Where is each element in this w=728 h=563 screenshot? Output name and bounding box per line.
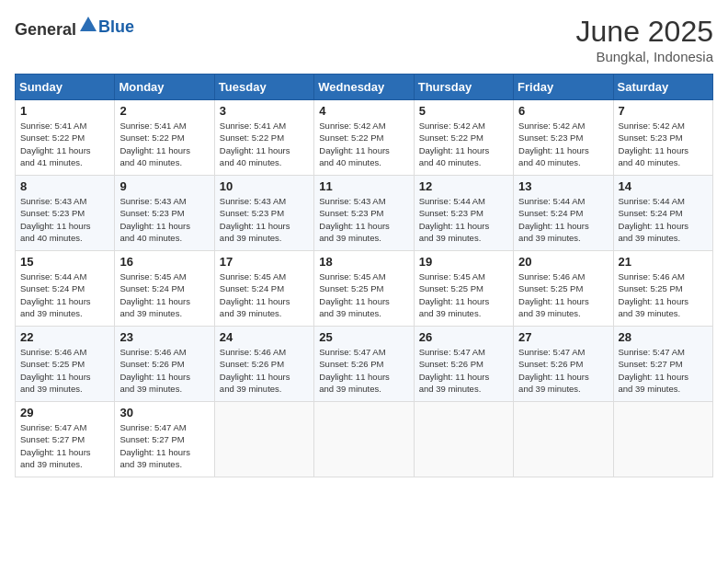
day-number: 10	[220, 179, 309, 193]
day-number: 12	[419, 179, 508, 193]
calendar-cell	[613, 402, 712, 477]
calendar-cell: 21Sunrise: 5:46 AM Sunset: 5:25 PM Dayli…	[613, 251, 712, 327]
calendar-cell: 3Sunrise: 5:41 AM Sunset: 5:22 PM Daylig…	[214, 100, 313, 176]
day-number: 21	[619, 255, 708, 269]
day-number: 8	[20, 179, 109, 193]
svg-marker-0	[80, 17, 97, 31]
logo-icon	[78, 15, 98, 35]
day-info: Sunrise: 5:45 AM Sunset: 5:25 PM Dayligh…	[319, 270, 408, 319]
calendar-cell: 14Sunrise: 5:44 AM Sunset: 5:24 PM Dayli…	[613, 176, 712, 251]
day-info: Sunrise: 5:43 AM Sunset: 5:23 PM Dayligh…	[220, 195, 309, 244]
day-info: Sunrise: 5:45 AM Sunset: 5:24 PM Dayligh…	[119, 270, 209, 319]
logo-blue: Blue	[98, 17, 134, 36]
header-thursday: Thursday	[414, 75, 513, 100]
calendar-cell: 18Sunrise: 5:45 AM Sunset: 5:25 PM Dayli…	[314, 251, 414, 327]
day-number: 19	[419, 255, 508, 269]
header-monday: Monday	[115, 75, 214, 100]
calendar-subtitle: Bungkal, Indonesia	[576, 49, 713, 64]
day-info: Sunrise: 5:44 AM Sunset: 5:23 PM Dayligh…	[419, 195, 508, 244]
day-number: 15	[20, 255, 109, 269]
day-number: 3	[220, 104, 309, 118]
day-info: Sunrise: 5:45 AM Sunset: 5:24 PM Dayligh…	[220, 270, 309, 319]
calendar-cell	[514, 402, 613, 477]
day-info: Sunrise: 5:46 AM Sunset: 5:26 PM Dayligh…	[119, 346, 209, 395]
day-info: Sunrise: 5:47 AM Sunset: 5:26 PM Dayligh…	[518, 346, 608, 395]
calendar-week-1: 8Sunrise: 5:43 AM Sunset: 5:23 PM Daylig…	[16, 176, 713, 251]
calendar-cell	[314, 402, 414, 477]
calendar-cell: 1Sunrise: 5:41 AM Sunset: 5:22 PM Daylig…	[16, 100, 115, 176]
calendar-cell: 22Sunrise: 5:46 AM Sunset: 5:25 PM Dayli…	[16, 327, 115, 402]
calendar-cell: 23Sunrise: 5:46 AM Sunset: 5:26 PM Dayli…	[115, 327, 214, 402]
calendar-table: SundayMondayTuesdayWednesdayThursdayFrid…	[15, 74, 713, 477]
day-info: Sunrise: 5:46 AM Sunset: 5:25 PM Dayligh…	[619, 270, 708, 319]
day-number: 23	[119, 330, 209, 344]
day-info: Sunrise: 5:43 AM Sunset: 5:23 PM Dayligh…	[319, 195, 408, 244]
day-info: Sunrise: 5:47 AM Sunset: 5:26 PM Dayligh…	[319, 346, 408, 395]
calendar-cell: 4Sunrise: 5:42 AM Sunset: 5:22 PM Daylig…	[314, 100, 414, 176]
calendar-week-2: 15Sunrise: 5:44 AM Sunset: 5:24 PM Dayli…	[16, 251, 713, 327]
day-info: Sunrise: 5:42 AM Sunset: 5:22 PM Dayligh…	[319, 120, 408, 168]
calendar-title: June 2025	[576, 15, 713, 49]
day-info: Sunrise: 5:43 AM Sunset: 5:23 PM Dayligh…	[20, 195, 109, 244]
calendar-cell: 9Sunrise: 5:43 AM Sunset: 5:23 PM Daylig…	[115, 176, 214, 251]
day-info: Sunrise: 5:41 AM Sunset: 5:22 PM Dayligh…	[119, 120, 209, 168]
day-info: Sunrise: 5:47 AM Sunset: 5:27 PM Dayligh…	[619, 346, 708, 395]
calendar-week-0: 1Sunrise: 5:41 AM Sunset: 5:22 PM Daylig…	[16, 100, 713, 176]
day-info: Sunrise: 5:46 AM Sunset: 5:25 PM Dayligh…	[20, 346, 109, 395]
calendar-cell: 16Sunrise: 5:45 AM Sunset: 5:24 PM Dayli…	[115, 251, 214, 327]
day-number: 18	[319, 255, 408, 269]
calendar-cell: 11Sunrise: 5:43 AM Sunset: 5:23 PM Dayli…	[314, 176, 414, 251]
calendar-cell: 30Sunrise: 5:47 AM Sunset: 5:27 PM Dayli…	[115, 402, 214, 477]
header-wednesday: Wednesday	[314, 75, 414, 100]
title-block: June 2025 Bungkal, Indonesia	[576, 15, 713, 64]
calendar-cell: 19Sunrise: 5:45 AM Sunset: 5:25 PM Dayli…	[414, 251, 513, 327]
calendar-cell: 15Sunrise: 5:44 AM Sunset: 5:24 PM Dayli…	[16, 251, 115, 327]
day-number: 26	[419, 330, 508, 344]
header: General Blue June 2025 Bungkal, Indonesi…	[15, 15, 713, 64]
calendar-cell: 24Sunrise: 5:46 AM Sunset: 5:26 PM Dayli…	[214, 327, 313, 402]
day-number: 9	[119, 179, 209, 193]
day-number: 2	[119, 104, 209, 118]
day-number: 20	[518, 255, 608, 269]
day-info: Sunrise: 5:42 AM Sunset: 5:23 PM Dayligh…	[518, 120, 608, 168]
day-info: Sunrise: 5:41 AM Sunset: 5:22 PM Dayligh…	[220, 120, 309, 168]
calendar-cell: 8Sunrise: 5:43 AM Sunset: 5:23 PM Daylig…	[16, 176, 115, 251]
calendar-cell: 6Sunrise: 5:42 AM Sunset: 5:23 PM Daylig…	[514, 100, 613, 176]
day-number: 11	[319, 179, 408, 193]
day-number: 30	[119, 406, 209, 419]
calendar-cell	[414, 402, 513, 477]
day-info: Sunrise: 5:44 AM Sunset: 5:24 PM Dayligh…	[20, 270, 109, 319]
day-number: 17	[220, 255, 309, 269]
day-number: 16	[119, 255, 209, 269]
calendar-week-4: 29Sunrise: 5:47 AM Sunset: 5:27 PM Dayli…	[16, 402, 713, 477]
calendar-cell: 28Sunrise: 5:47 AM Sunset: 5:27 PM Dayli…	[613, 327, 712, 402]
day-number: 1	[20, 104, 109, 118]
day-number: 13	[518, 179, 608, 193]
calendar-cell: 17Sunrise: 5:45 AM Sunset: 5:24 PM Dayli…	[214, 251, 313, 327]
day-info: Sunrise: 5:44 AM Sunset: 5:24 PM Dayligh…	[518, 195, 608, 244]
header-friday: Friday	[514, 75, 613, 100]
logo: General Blue	[15, 15, 134, 40]
day-number: 4	[319, 104, 408, 118]
calendar-cell: 27Sunrise: 5:47 AM Sunset: 5:26 PM Dayli…	[514, 327, 613, 402]
day-info: Sunrise: 5:42 AM Sunset: 5:22 PM Dayligh…	[419, 120, 508, 168]
day-info: Sunrise: 5:46 AM Sunset: 5:26 PM Dayligh…	[220, 346, 309, 395]
calendar-cell: 25Sunrise: 5:47 AM Sunset: 5:26 PM Dayli…	[314, 327, 414, 402]
day-info: Sunrise: 5:43 AM Sunset: 5:23 PM Dayligh…	[119, 195, 209, 244]
day-info: Sunrise: 5:45 AM Sunset: 5:25 PM Dayligh…	[419, 270, 508, 319]
calendar-cell	[214, 402, 313, 477]
day-number: 27	[518, 330, 608, 344]
calendar-week-3: 22Sunrise: 5:46 AM Sunset: 5:25 PM Dayli…	[16, 327, 713, 402]
day-info: Sunrise: 5:44 AM Sunset: 5:24 PM Dayligh…	[619, 195, 708, 244]
day-info: Sunrise: 5:41 AM Sunset: 5:22 PM Dayligh…	[20, 120, 109, 168]
calendar-cell: 5Sunrise: 5:42 AM Sunset: 5:22 PM Daylig…	[414, 100, 513, 176]
day-number: 14	[619, 179, 708, 193]
day-number: 29	[20, 406, 109, 419]
calendar-cell: 20Sunrise: 5:46 AM Sunset: 5:25 PM Dayli…	[514, 251, 613, 327]
day-info: Sunrise: 5:42 AM Sunset: 5:23 PM Dayligh…	[619, 120, 708, 168]
day-number: 22	[20, 330, 109, 344]
day-info: Sunrise: 5:47 AM Sunset: 5:27 PM Dayligh…	[20, 421, 109, 470]
calendar-cell: 12Sunrise: 5:44 AM Sunset: 5:23 PM Dayli…	[414, 176, 513, 251]
day-number: 28	[619, 330, 708, 344]
header-tuesday: Tuesday	[214, 75, 313, 100]
